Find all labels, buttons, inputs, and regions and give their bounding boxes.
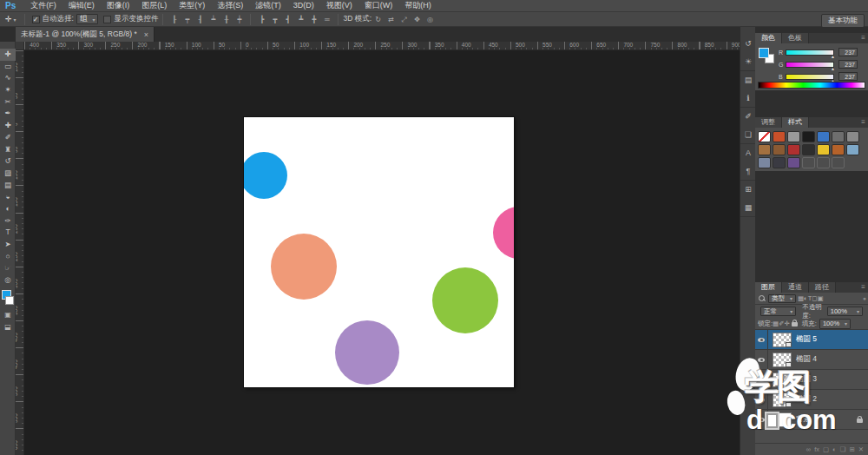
style-swatch[interactable] bbox=[758, 131, 771, 142]
opacity-dropdown[interactable]: 100% ▾ bbox=[827, 307, 863, 316]
layer-row[interactable]: 椭圆 3 bbox=[755, 370, 868, 390]
pink-circle[interactable] bbox=[493, 207, 514, 259]
notes-panel-icon[interactable]: ▦ bbox=[740, 199, 756, 217]
clone-source-panel-icon[interactable]: ❏ bbox=[740, 126, 756, 144]
layer-thumbnail[interactable] bbox=[773, 353, 792, 367]
auto-select-checkbox[interactable]: ✓ bbox=[32, 16, 40, 23]
panel-menu-icon[interactable]: ≡ bbox=[861, 117, 865, 128]
3d-mode-button[interactable]: ↻ bbox=[372, 16, 384, 23]
style-swatch[interactable] bbox=[802, 131, 815, 142]
pen-tool[interactable]: ✑ bbox=[0, 215, 16, 228]
layer-row[interactable]: 椭圆 5 bbox=[755, 330, 868, 350]
show-transform-checkbox[interactable] bbox=[103, 16, 111, 23]
menu-item[interactable]: 窗口(W) bbox=[358, 1, 399, 10]
layer-filter-icon[interactable]: ▣ bbox=[817, 294, 823, 302]
color-panel-tab[interactable]: 色板 bbox=[782, 33, 809, 43]
document-tab[interactable]: 未标题-1 @ 100%(椭圆 5, RGB/8) * × bbox=[16, 27, 155, 42]
close-tab-icon[interactable]: × bbox=[144, 30, 148, 39]
purple-circle[interactable] bbox=[335, 320, 399, 385]
info-panel-icon[interactable]: ℹ bbox=[740, 89, 756, 108]
eraser-tool[interactable]: ▨ bbox=[0, 168, 16, 180]
ruler-origin-box[interactable] bbox=[16, 42, 24, 50]
3d-mode-button[interactable]: ✥ bbox=[411, 16, 423, 23]
brush-presets-panel-icon[interactable]: ✐ bbox=[740, 108, 756, 126]
3d-mode-button[interactable]: ◎ bbox=[424, 16, 436, 23]
document-canvas[interactable] bbox=[244, 117, 514, 387]
style-swatch[interactable] bbox=[832, 144, 845, 155]
align-button[interactable]: ┯ bbox=[181, 16, 193, 23]
style-swatch[interactable] bbox=[773, 131, 786, 142]
visibility-toggle[interactable] bbox=[755, 330, 768, 350]
fill-dropdown[interactable]: 100% ▾ bbox=[819, 319, 851, 329]
panel-menu-icon[interactable]: ≡ bbox=[861, 282, 865, 293]
visibility-toggle[interactable] bbox=[755, 370, 768, 390]
pasteboard[interactable] bbox=[24, 50, 740, 455]
brush-tool[interactable]: ✐ bbox=[0, 132, 16, 144]
menu-item[interactable]: 视图(V) bbox=[320, 1, 358, 10]
clone-stamp-tool[interactable]: ♜ bbox=[0, 144, 16, 156]
layer-thumbnail[interactable] bbox=[773, 333, 792, 347]
layers-panel-tab[interactable]: 通道 bbox=[782, 282, 809, 293]
distribute-button[interactable]: ═ bbox=[321, 16, 332, 23]
style-swatch[interactable] bbox=[758, 144, 771, 155]
layer-row[interactable]: 椭圆 2 bbox=[755, 390, 868, 410]
layers-footer-button[interactable]: ❏ bbox=[840, 445, 846, 453]
type-tool[interactable]: T bbox=[0, 227, 16, 239]
style-swatch[interactable] bbox=[773, 157, 786, 168]
blue-circle[interactable] bbox=[244, 152, 287, 199]
style-swatch[interactable] bbox=[846, 131, 859, 142]
menu-item[interactable]: 3D(D) bbox=[287, 1, 320, 10]
menu-item[interactable]: 滤镜(T) bbox=[249, 1, 287, 10]
quick-mask-button[interactable]: ▣ bbox=[0, 309, 16, 321]
history-panel-icon[interactable]: ↺ bbox=[740, 35, 756, 53]
channel-slider[interactable]: ▲ bbox=[786, 74, 834, 80]
layers-footer-button[interactable]: fx bbox=[814, 445, 819, 453]
tool-preset-caret-icon[interactable]: ▾ bbox=[14, 16, 16, 23]
eyedropper-tool[interactable]: ✒ bbox=[0, 108, 16, 120]
style-swatch[interactable] bbox=[817, 131, 830, 142]
styles-panel-tab[interactable]: 样式 bbox=[782, 117, 809, 128]
align-button[interactable]: ┨ bbox=[194, 16, 206, 23]
panel-menu-icon[interactable]: ≡ bbox=[861, 33, 865, 43]
layer-thumbnail[interactable] bbox=[773, 373, 792, 387]
3d-mode-button[interactable]: ⇄ bbox=[385, 16, 397, 23]
distribute-button[interactable]: ┻ bbox=[295, 16, 306, 23]
style-swatch[interactable] bbox=[758, 157, 771, 168]
slider-handle-icon[interactable]: ▲ bbox=[831, 54, 835, 59]
align-button[interactable]: ┷ bbox=[207, 16, 219, 23]
layer-thumbnail[interactable] bbox=[773, 392, 792, 407]
vertical-ruler[interactable]: 1005005010015020025030035040045050055060… bbox=[16, 50, 24, 455]
gradient-tool[interactable]: ▤ bbox=[0, 180, 16, 192]
style-swatch[interactable] bbox=[802, 144, 815, 155]
menu-item[interactable]: 文件(F) bbox=[24, 1, 62, 10]
crop-tool[interactable]: ✂ bbox=[0, 96, 16, 109]
zoom-tool[interactable]: ◎ bbox=[0, 274, 16, 287]
screen-mode-button[interactable]: ⬓ bbox=[0, 321, 16, 333]
quick-selection-tool[interactable]: ✶ bbox=[0, 84, 16, 96]
layers-footer-button[interactable]: ▢ bbox=[823, 445, 829, 453]
menu-item[interactable]: 帮助(H) bbox=[398, 1, 437, 10]
visibility-toggle[interactable] bbox=[755, 350, 768, 370]
style-swatch[interactable] bbox=[832, 157, 845, 168]
layers-footer-button[interactable]: ⊞ bbox=[849, 445, 854, 453]
distribute-button[interactable]: ┳ bbox=[269, 16, 280, 23]
channel-value[interactable]: 237 bbox=[838, 72, 858, 81]
visibility-toggle[interactable] bbox=[755, 390, 768, 410]
move-tool[interactable]: ✛ bbox=[0, 49, 16, 61]
style-swatch[interactable] bbox=[817, 144, 830, 155]
move-tool-preset-icon[interactable]: ✛ bbox=[5, 15, 12, 23]
style-swatch[interactable] bbox=[802, 157, 815, 168]
menu-item[interactable]: 编辑(E) bbox=[62, 1, 101, 10]
menu-item[interactable]: 选择(S) bbox=[211, 1, 249, 10]
ellipse-tool[interactable]: ○ bbox=[0, 251, 16, 263]
slider-handle-icon[interactable]: ▲ bbox=[831, 66, 835, 71]
lock-icon[interactable]: ✛ bbox=[784, 320, 789, 327]
layers-footer-button[interactable]: ✕ bbox=[858, 445, 864, 453]
layer-row[interactable]: 椭圆 4 bbox=[755, 350, 868, 370]
menu-item[interactable]: 图像(I) bbox=[101, 1, 136, 10]
blur-tool[interactable]: ◒ bbox=[0, 191, 16, 203]
layer-thumbnail[interactable] bbox=[773, 412, 792, 427]
style-swatch[interactable] bbox=[787, 157, 800, 168]
path-selection-tool[interactable]: ➤ bbox=[0, 239, 16, 251]
visibility-toggle[interactable] bbox=[755, 410, 768, 430]
